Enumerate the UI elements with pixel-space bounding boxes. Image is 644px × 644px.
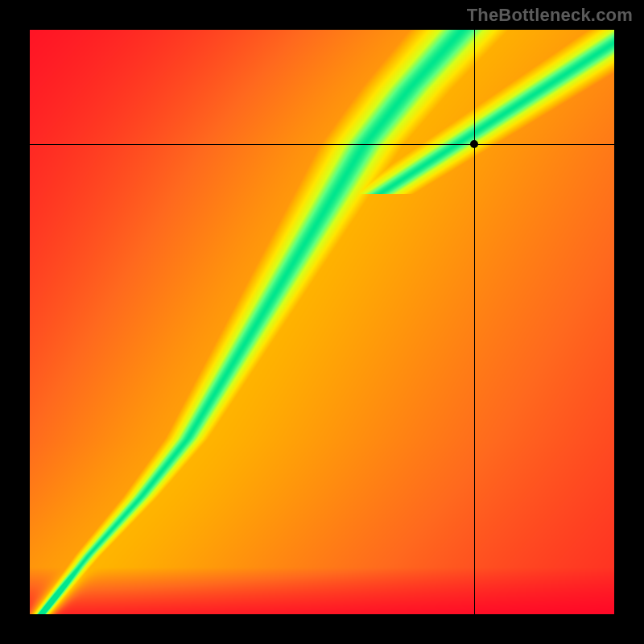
plot-area	[30, 30, 614, 614]
chart-frame: TheBottleneck.com	[0, 0, 644, 644]
watermark-label: TheBottleneck.com	[467, 5, 633, 26]
crosshair-vertical	[474, 30, 475, 614]
bottleneck-heatmap	[30, 30, 614, 614]
crosshair-horizontal	[30, 144, 614, 145]
crosshair-marker-dot	[470, 140, 478, 148]
